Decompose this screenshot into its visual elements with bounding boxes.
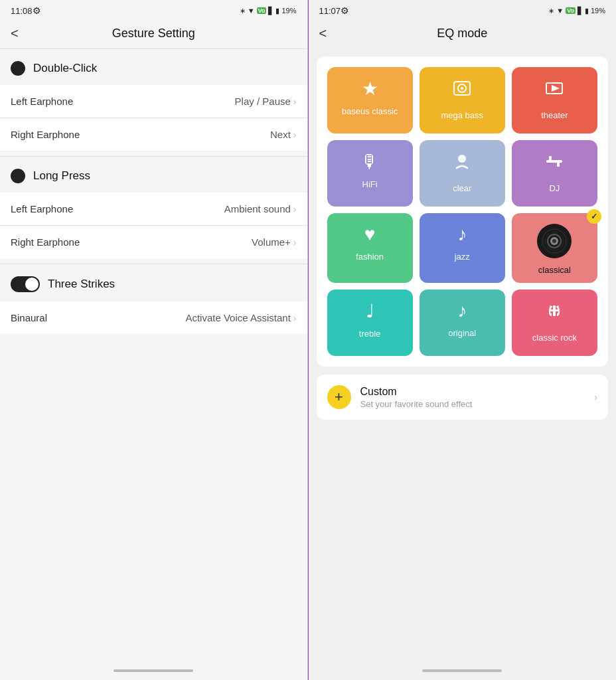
binaural-label: Binaural	[11, 312, 47, 323]
right-earphone-next-row[interactable]: Right Earphone Next ›	[0, 118, 307, 151]
double-click-dot	[11, 61, 25, 76]
svg-rect-8	[557, 161, 560, 167]
classic-rock-icon	[544, 300, 565, 326]
left-back-button[interactable]: <	[11, 26, 19, 41]
chevron-icon-2: ›	[293, 129, 297, 140]
chevron-icon-5: ›	[293, 313, 297, 323]
right-battery-pct: 19%	[591, 7, 605, 15]
eq-tile-clear[interactable]: clear	[420, 140, 505, 207]
classical-label: classical	[538, 265, 571, 275]
three-strikes-section-header: Three Strikes	[0, 264, 307, 301]
right-time: 11:07	[319, 6, 341, 16]
custom-title: Custom	[360, 386, 585, 398]
wifi-icon: ▼	[248, 7, 255, 15]
theater-icon	[544, 78, 565, 104]
right-wifi-icon: ▼	[556, 7, 564, 15]
left-top-bar: < Gesture Setting	[0, 19, 307, 48]
eq-tile-hifi[interactable]: 🎙 HiFi	[327, 140, 413, 207]
svg-point-9	[538, 225, 570, 257]
long-press-dot	[11, 169, 25, 183]
theater-label: theater	[541, 110, 568, 120]
eq-tile-theater[interactable]: theater	[512, 67, 597, 133]
left-earphone-ambient-row[interactable]: Left Earphone Ambient sound ›	[0, 193, 307, 225]
battery-icon: ▮	[275, 7, 279, 15]
svg-point-2	[461, 87, 463, 90]
svg-rect-7	[549, 156, 552, 161]
left-earphone-play-pause-row[interactable]: Left Earphone Play / Pause ›	[0, 85, 307, 118]
eq-tile-classical[interactable]: ✓ classical	[512, 213, 597, 283]
hifi-label: HiFi	[362, 179, 378, 189]
right-earphone-value-2: Volume+ ›	[252, 236, 296, 248]
eq-tile-baseus-classic[interactable]: ★ baseus classic	[327, 67, 413, 133]
custom-chevron-icon: ›	[594, 392, 597, 402]
right-earphone-volume-row[interactable]: Right Earphone Volume+ ›	[0, 226, 307, 258]
left-bottom-indicator	[114, 669, 193, 672]
chevron-icon-1: ›	[293, 96, 297, 107]
custom-text-area: Custom Set your favorite sound effect	[360, 386, 585, 409]
left-earphone-label-2: Left Earphone	[11, 203, 73, 214]
right-panel: 11:07 ⚙ ∗ ▼ Vo ▋ ▮ 19% < EQ mode ★ baseu…	[309, 0, 617, 680]
double-click-label: Double-Click	[33, 62, 97, 75]
right-battery-icon: ▮	[585, 7, 589, 15]
right-top-bar: < EQ mode	[309, 19, 617, 48]
svg-point-5	[458, 155, 466, 163]
dj-icon	[544, 151, 565, 177]
clear-icon	[451, 151, 473, 177]
right-signal-icon: ▋	[578, 7, 583, 15]
binaural-voice-assistant-row[interactable]: Binaural Activate Voice Assistant ›	[0, 301, 307, 334]
eq-tile-original[interactable]: ♪ original	[420, 290, 505, 356]
jazz-icon: ♪	[457, 224, 467, 245]
right-page-title: EQ mode	[437, 27, 487, 41]
clear-label: clear	[453, 183, 471, 193]
right-gear-icon: ⚙	[341, 5, 349, 16]
right-bluetooth-icon: ∗	[548, 7, 554, 15]
left-earphone-label-1: Left Earphone	[11, 96, 73, 107]
right-earphone-label-1: Right Earphone	[11, 129, 80, 140]
treble-icon: ♩	[366, 300, 374, 322]
long-press-settings-group: Left Earphone Ambient sound › Right Earp…	[0, 193, 307, 258]
svg-rect-16	[550, 309, 558, 311]
dj-label: DJ	[549, 183, 560, 193]
binaural-value: Activate Voice Assistant ›	[185, 312, 296, 323]
right-earphone-value-1: Next ›	[270, 129, 297, 140]
chevron-icon-4: ›	[293, 237, 297, 248]
right-status-bar: 11:07 ⚙ ∗ ▼ Vo ▋ ▮ 19%	[309, 0, 617, 19]
double-click-section-header: Double-Click	[0, 49, 307, 85]
custom-subtitle: Set your favorite sound effect	[360, 399, 585, 409]
volte-badge: Vo	[257, 7, 267, 14]
svg-marker-4	[552, 85, 560, 92]
original-label: original	[448, 328, 476, 338]
original-icon: ♪	[457, 300, 467, 321]
chevron-icon-3: ›	[293, 204, 297, 214]
fashion-label: fashion	[356, 252, 384, 262]
eq-tile-dj[interactable]: DJ	[512, 140, 597, 207]
left-status-icons: ∗ ▼ Vo ▋ ▮ 19%	[240, 7, 297, 15]
fashion-icon: ♥	[364, 224, 376, 245]
left-panel: 11:08 ⚙ ∗ ▼ Vo ▋ ▮ 19% < Gesture Setting…	[0, 0, 308, 680]
eq-tile-classic-rock[interactable]: classic rock	[512, 290, 597, 356]
left-time: 11:08	[11, 6, 33, 16]
three-strikes-label: Three Strikes	[48, 278, 115, 291]
double-click-settings-group: Left Earphone Play / Pause › Right Earph…	[0, 85, 307, 151]
mega-bass-label: mega bass	[441, 110, 483, 120]
svg-rect-6	[546, 160, 562, 163]
right-bottom-indicator	[422, 669, 502, 672]
selected-badge: ✓	[587, 209, 601, 224]
svg-point-12	[553, 240, 556, 242]
right-back-button[interactable]: <	[319, 26, 327, 41]
eq-tile-fashion[interactable]: ♥ fashion	[327, 213, 413, 283]
custom-row[interactable]: + Custom Set your favorite sound effect …	[317, 375, 609, 420]
hifi-icon: 🎙	[360, 151, 379, 173]
eq-tile-treble[interactable]: ♩ treble	[327, 290, 413, 356]
right-earphone-label-2: Right Earphone	[11, 236, 80, 248]
left-status-bar: 11:08 ⚙ ∗ ▼ Vo ▋ ▮ 19%	[0, 0, 307, 19]
eq-tile-mega-bass[interactable]: mega bass	[420, 67, 505, 133]
left-page-title: Gesture Setting	[112, 27, 195, 41]
mega-bass-icon	[451, 78, 473, 104]
eq-tile-jazz[interactable]: ♪ jazz	[420, 213, 505, 283]
baseus-classic-icon: ★	[362, 78, 378, 100]
three-strikes-settings-group: Binaural Activate Voice Assistant ›	[0, 301, 307, 334]
left-earphone-value-2: Ambient sound ›	[224, 203, 297, 214]
classic-rock-label: classic rock	[532, 333, 577, 343]
three-strikes-toggle[interactable]	[11, 276, 40, 292]
